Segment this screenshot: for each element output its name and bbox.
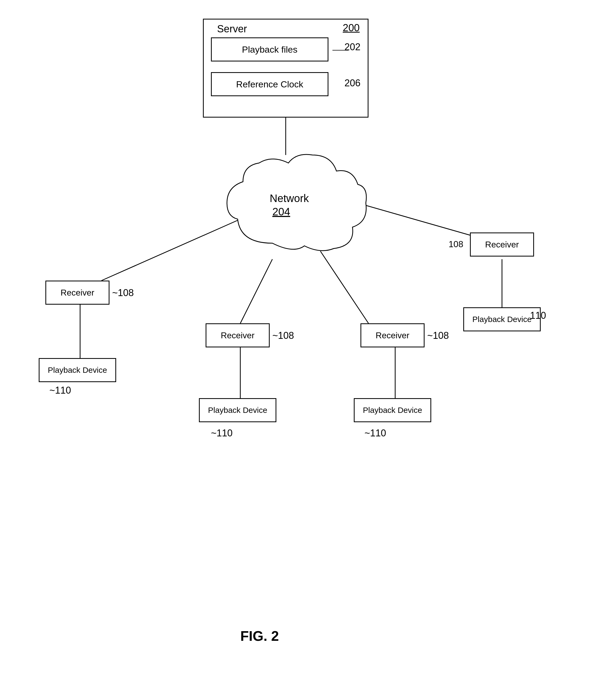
receiver-right-bottom: Receiver	[360, 323, 425, 348]
receiver-right-top: Receiver	[470, 232, 534, 256]
ref-clock-ref-num: 206	[344, 77, 360, 89]
pd-right-top-label: Playback Device	[472, 315, 532, 324]
ref-clock-label: Reference Clock	[236, 79, 303, 89]
receiver-left-label: Receiver	[61, 288, 94, 298]
network-label: Network	[270, 193, 309, 205]
receiver-center-ref: ~108	[272, 330, 294, 341]
svg-line-2	[240, 259, 272, 323]
playback-files-ref-num: 202	[344, 42, 360, 53]
receiver-right-bottom-label: Receiver	[376, 330, 409, 341]
pd-right-bottom: Playback Device	[354, 398, 431, 422]
pd-center-label: Playback Device	[208, 406, 267, 415]
receiver-left-ref: ~108	[112, 287, 134, 298]
server-box: Server 200	[203, 19, 368, 118]
svg-line-4	[358, 203, 470, 235]
pd-center: Playback Device	[199, 398, 276, 422]
pd-center-ref: ~110	[211, 428, 233, 439]
pd-right-top-ref: 110	[530, 310, 546, 321]
pd-right-bottom-ref: ~110	[364, 428, 386, 439]
pd-left: Playback Device	[39, 358, 116, 382]
receiver-right-bottom-ref: ~108	[427, 330, 449, 341]
svg-line-3	[321, 251, 368, 323]
diagram-container: Server 200 Playback files 202 Reference …	[0, 0, 616, 675]
playback-files-box: Playback files	[211, 38, 329, 62]
figure-label: FIG. 2	[240, 628, 279, 644]
ref-clock-box: Reference Clock	[211, 72, 329, 96]
network-cloud	[219, 150, 374, 262]
network-ref: 204	[272, 206, 290, 218]
receiver-right-top-ref: 108	[449, 239, 463, 249]
server-label: Server	[217, 23, 247, 35]
receiver-left: Receiver	[46, 281, 109, 305]
receiver-right-top-label: Receiver	[485, 240, 519, 249]
pd-left-ref: ~110	[50, 385, 71, 396]
pd-right-top: Playback Device	[463, 307, 541, 331]
server-ref: 200	[343, 22, 360, 34]
receiver-center: Receiver	[205, 323, 270, 348]
pd-left-label: Playback Device	[48, 366, 107, 375]
playback-files-label: Playback files	[242, 44, 297, 55]
pd-right-bottom-label: Playback Device	[363, 406, 422, 415]
receiver-center-label: Receiver	[221, 330, 254, 341]
